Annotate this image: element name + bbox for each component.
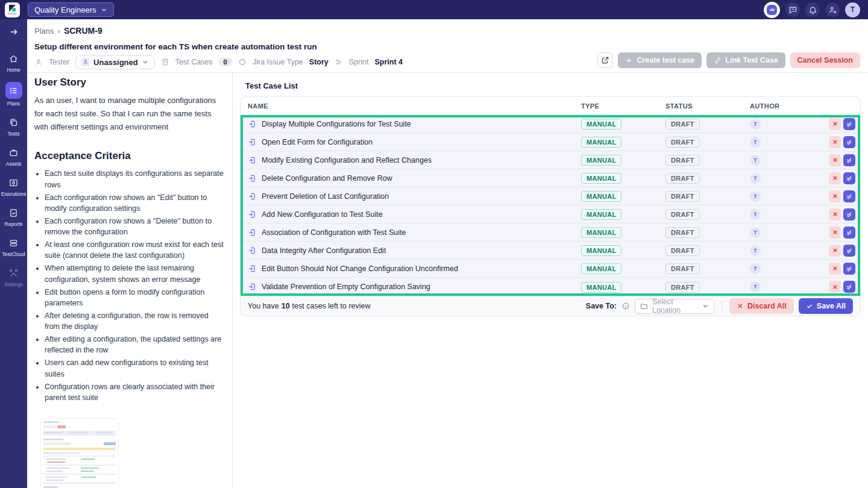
acceptance-criteria-item: Each configuration row shows an "Edit" b… <box>45 192 225 214</box>
sidebar-item-label: Home <box>7 67 20 73</box>
sidebar-item-reports[interactable]: Reports <box>0 206 27 227</box>
sidebar-item-settings[interactable]: Settings <box>0 266 27 287</box>
open-external-button[interactable] <box>597 52 613 68</box>
table-row[interactable]: Display Multiple Configurations for Test… <box>241 115 860 133</box>
breadcrumb-plans[interactable]: Plans <box>34 27 54 36</box>
location-select[interactable]: Select Location <box>635 299 714 314</box>
type-badge: MANUAL <box>581 137 621 148</box>
close-icon <box>832 139 838 145</box>
sidebar-item-assets[interactable]: Assets <box>0 146 27 167</box>
reject-button[interactable] <box>829 172 841 184</box>
katalon-logo-word: Katalon <box>8 12 17 15</box>
double-check-icon <box>846 120 853 128</box>
reject-button[interactable] <box>829 208 841 221</box>
tester-value: Unassigned <box>93 58 138 67</box>
table-row[interactable]: Validate Prevention of Empty Configurati… <box>241 278 860 296</box>
cancel-session-button[interactable]: Cancel Session <box>790 52 860 68</box>
test-cases-count-badge: 0 <box>219 58 232 66</box>
table-row[interactable]: Open Edit Form for Configuration MANUAL … <box>241 133 860 151</box>
approve-button[interactable] <box>843 172 855 184</box>
table-row[interactable]: Data Integrity After Configuration Edit … <box>241 242 860 260</box>
user-management-button[interactable] <box>825 2 840 17</box>
link-test-case-button[interactable]: Link Test Case <box>706 52 785 68</box>
approve-button[interactable] <box>843 118 855 130</box>
plans-icon <box>8 86 19 96</box>
jira-issue-type-value: Story <box>309 58 329 66</box>
katalon-logo[interactable]: Katalon <box>5 2 20 17</box>
reject-button[interactable] <box>829 245 841 257</box>
table-row[interactable]: Modify Existing Configuration and Reflec… <box>241 151 860 169</box>
type-badge: MANUAL <box>581 282 621 293</box>
bell-icon <box>808 5 817 14</box>
table-row[interactable]: Edit Button Should Not Change Configurat… <box>241 260 860 278</box>
approve-button[interactable] <box>843 245 855 257</box>
sidebar-item-plans[interactable]: Plans <box>0 82 27 107</box>
test-case-icon <box>248 174 256 183</box>
test-case-icon <box>248 283 256 291</box>
status-badge: DRAFT <box>665 263 700 274</box>
sidebar-item-home[interactable]: Home <box>0 52 27 73</box>
user-avatar[interactable]: T <box>845 2 860 17</box>
double-check-icon <box>846 193 853 200</box>
notifications-button[interactable] <box>805 2 820 17</box>
reject-button[interactable] <box>829 136 841 148</box>
tester-select[interactable]: Unassigned <box>75 55 155 69</box>
assets-icon <box>8 148 19 158</box>
workspace-switcher-button[interactable]: Quality Engineers <box>28 2 114 17</box>
type-badge: MANUAL <box>581 191 621 202</box>
reject-button[interactable] <box>829 263 841 275</box>
double-check-icon <box>846 211 853 218</box>
person-icon <box>34 58 43 66</box>
test-case-icon <box>248 264 256 273</box>
ai-assistant-button[interactable] <box>764 2 780 18</box>
type-badge: MANUAL <box>581 227 621 238</box>
status-badge: DRAFT <box>665 119 700 130</box>
approve-button[interactable] <box>843 208 855 221</box>
column-name: NAME <box>248 102 581 110</box>
test-case-name: Modify Existing Configuration and Reflec… <box>262 156 432 164</box>
sidebar-expand-button[interactable] <box>9 27 19 37</box>
discard-all-button[interactable]: Discard All <box>729 298 794 314</box>
type-badge: MANUAL <box>581 209 621 220</box>
sidebar-item-tests[interactable]: Tests <box>0 116 27 137</box>
breadcrumb-separator: › <box>58 27 60 36</box>
approve-button[interactable] <box>843 263 855 275</box>
approve-button[interactable] <box>843 190 855 202</box>
author-avatar: T <box>750 227 761 238</box>
feedback-button[interactable] <box>785 2 800 17</box>
workspace-name: Quality Engineers <box>34 5 96 14</box>
type-badge: MANUAL <box>581 245 621 256</box>
table-row[interactable]: Prevent Deletion of Last Configuration M… <box>241 187 860 205</box>
double-check-icon <box>846 157 853 164</box>
column-type: TYPE <box>581 102 665 110</box>
sidebar-item-label: Settings <box>4 281 23 287</box>
table-row[interactable]: Association of Configuration with Test S… <box>241 224 860 242</box>
approve-button[interactable] <box>843 136 855 148</box>
plus-icon <box>625 57 633 64</box>
double-check-icon <box>846 247 853 254</box>
sidebar-item-executions[interactable]: Executions <box>0 176 27 197</box>
approve-button[interactable] <box>843 227 855 239</box>
sidebar-item-label: Plans <box>7 101 20 107</box>
reject-button[interactable] <box>829 118 841 130</box>
approve-button[interactable] <box>843 281 855 293</box>
create-test-case-button[interactable]: Create test case <box>618 52 702 68</box>
save-all-button[interactable]: Save All <box>799 298 853 314</box>
table-row[interactable]: Add New Configuration to Test Suite MANU… <box>241 205 860 224</box>
sidebar-item-label: Reports <box>5 221 23 227</box>
sidebar-item-testcloud[interactable]: TestCloud <box>0 236 27 257</box>
breadcrumb: Plans › SCRUM-9 <box>34 26 102 36</box>
info-icon[interactable] <box>621 302 630 310</box>
test-case-name: Data Integrity After Configuration Edit <box>262 246 386 255</box>
table-row[interactable]: Delete Configuration and Remove Row MANU… <box>241 169 860 187</box>
page-title: Setup different environment for each TS … <box>34 42 317 51</box>
approve-button[interactable] <box>843 154 855 166</box>
reject-button[interactable] <box>829 227 841 239</box>
reject-button[interactable] <box>829 154 841 166</box>
reject-button[interactable] <box>829 190 841 202</box>
reject-button[interactable] <box>829 281 841 293</box>
author-avatar: T <box>750 119 761 130</box>
test-case-name: Delete Configuration and Remove Row <box>262 174 392 183</box>
close-icon <box>832 211 838 217</box>
attachment-thumbnail[interactable] <box>41 419 118 488</box>
